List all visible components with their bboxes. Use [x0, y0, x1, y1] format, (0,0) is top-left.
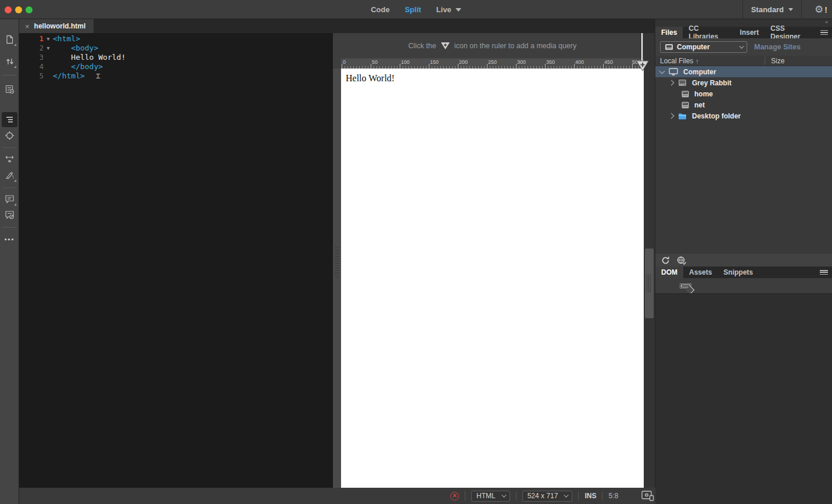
tab-dom[interactable]: DOM: [655, 267, 683, 278]
code-line[interactable]: 4 </body>: [19, 62, 333, 71]
manage-sites-link[interactable]: Manage Sites: [754, 43, 801, 51]
code-editor[interactable]: 1 ▼ <html> 2 ▼ <body> 3 Hello World! 4 <…: [19, 33, 333, 488]
sort-arrow-icon: ↑: [695, 57, 699, 64]
remove-comment-icon[interactable]: [2, 207, 17, 222]
site-select[interactable]: Computer: [660, 41, 747, 53]
wrap-tag-icon[interactable]: [2, 152, 17, 167]
rendered-page[interactable]: Hello World!: [341, 69, 644, 488]
split-view-divider[interactable]: [333, 33, 341, 488]
panel-dock: » Files CC Libraries Insert CSS Designer…: [655, 19, 832, 504]
chevron-down-icon: [564, 492, 569, 497]
insert-mode-indicator: INS: [584, 492, 596, 500]
toolbar-separator: [3, 147, 16, 148]
text-cursor-icon: ⌶: [96, 71, 101, 80]
workspace-dropdown-icon: [788, 8, 793, 11]
code-view-button[interactable]: Code: [371, 5, 390, 14]
dom-panel-tab-bar: DOM Assets Snippets: [655, 267, 832, 278]
workspace-switcher[interactable]: Standard: [743, 0, 802, 19]
lint-error-icon[interactable]: ✕: [450, 492, 459, 501]
fold-arrow-icon[interactable]: ▼: [44, 44, 53, 53]
customize-toolbar-icon[interactable]: •••: [2, 232, 17, 247]
fold-arrow-icon[interactable]: ▼: [44, 34, 53, 44]
tab-close-icon[interactable]: ×: [25, 22, 30, 31]
refresh-icon[interactable]: [661, 256, 670, 265]
hard-drive-icon: [678, 79, 687, 87]
dom-tree: [655, 278, 832, 293]
code-line[interactable]: 1 ▼ <html>: [19, 34, 333, 44]
tree-item-label: Computer: [683, 68, 716, 76]
tree-item-net[interactable]: Desktop folder net: [655, 99, 832, 110]
scrollbar-thumb[interactable]: [645, 249, 654, 318]
divider-grip: [335, 247, 339, 279]
gear-icon: ⚙: [815, 5, 823, 15]
panel-menu-icon[interactable]: [820, 30, 828, 35]
common-toolbar: •••: [0, 19, 19, 504]
computer-icon: [665, 44, 673, 51]
live-view-dropdown-icon[interactable]: [456, 8, 461, 12]
view-mode-switcher: Code Split Live: [0, 0, 832, 19]
tab-files[interactable]: Files: [655, 27, 683, 38]
file-management-icon[interactable]: [2, 54, 17, 69]
tree-item-label: Grey Rabbit: [692, 79, 731, 87]
line-number: 5: [19, 71, 44, 81]
alert-mark: !: [824, 5, 827, 15]
doctype-select[interactable]: HTML: [471, 491, 510, 502]
chevron-expanded-icon[interactable]: [659, 68, 665, 74]
live-view-scrollbar[interactable]: [644, 33, 655, 488]
tree-item-computer[interactable]: Computer: [655, 66, 832, 77]
tab-cc-libraries[interactable]: CC Libraries: [683, 27, 734, 38]
apply-comment-icon[interactable]: [2, 192, 17, 207]
document-tab-bar: × helloworld.html: [19, 19, 655, 33]
flyout-indicator: [14, 203, 16, 206]
tree-item-desktop-folder[interactable]: Desktop folder: [655, 110, 832, 121]
tree-item-label: Desktop folder: [692, 112, 741, 120]
code-formatting-icon[interactable]: [2, 168, 17, 183]
sync-settings-button[interactable]: ⚙ !: [815, 0, 827, 19]
open-documents-icon[interactable]: [2, 32, 17, 47]
site-selector-row: Computer Manage Sites: [655, 38, 832, 56]
panel-menu-icon[interactable]: [820, 270, 828, 275]
tree-item-label: net: [694, 101, 705, 109]
tab-insert[interactable]: Insert: [734, 27, 765, 38]
line-number: 2: [19, 44, 44, 53]
viewport-size-select[interactable]: 524 x 717: [522, 491, 573, 502]
tab-snippets[interactable]: Snippets: [718, 267, 759, 278]
inspect-mode-icon[interactable]: [2, 128, 17, 143]
add-media-query-button[interactable]: [636, 60, 649, 71]
code-line[interactable]: 3 Hello World!: [19, 53, 333, 62]
tab-assets[interactable]: Assets: [683, 267, 718, 278]
dreamweaver-window: Code Split Live Standard ⚙ !: [0, 0, 832, 504]
split-view-button[interactable]: Split: [405, 5, 421, 14]
status-bar: ✕ HTML 524 x 717 INS 5:8: [19, 488, 655, 504]
chevron-down-icon: [739, 44, 744, 48]
chevron-collapsed-icon[interactable]: [669, 113, 675, 119]
code-line[interactable]: 2 ▼ <body>: [19, 44, 333, 53]
tab-css-designer[interactable]: CSS Designer: [765, 27, 820, 38]
connect-server-icon[interactable]: [677, 256, 687, 265]
live-view-button[interactable]: Live: [436, 5, 461, 14]
folder-icon: [678, 113, 687, 120]
code-line[interactable]: 5 </html>: [19, 71, 333, 81]
toolbar-separator: [3, 227, 16, 228]
chevron-collapsed-icon[interactable]: [669, 80, 675, 86]
statusbar-separator: [516, 491, 517, 501]
local-files-column[interactable]: Local Files: [660, 57, 693, 65]
app-toolbar: Code Split Live Standard ⚙ !: [0, 0, 832, 19]
dom-node-html[interactable]: [681, 285, 690, 287]
tab-filename: helloworld.html: [34, 22, 86, 30]
live-view-options-icon[interactable]: [2, 82, 17, 97]
toolbar-separator: [3, 188, 16, 188]
scrollbar-grip: [647, 274, 652, 293]
tree-item-grey-rabbit[interactable]: Grey Rabbit: [655, 77, 832, 88]
format-source-code-icon[interactable]: [2, 112, 17, 127]
size-column[interactable]: Size: [765, 57, 832, 65]
device-preview-icon[interactable]: [641, 491, 654, 501]
statusbar-separator: [578, 491, 579, 501]
local-files-tree: Computer Grey Rabbit home Desktop fold: [655, 66, 832, 254]
document-tab[interactable]: × helloworld.html: [19, 19, 94, 33]
statusbar-separator: [602, 491, 603, 501]
chevron-down-icon: [501, 492, 506, 497]
tree-item-home[interactable]: home: [655, 88, 832, 99]
panel-empty-area: [655, 293, 832, 504]
statusbar-separator: [465, 491, 465, 501]
